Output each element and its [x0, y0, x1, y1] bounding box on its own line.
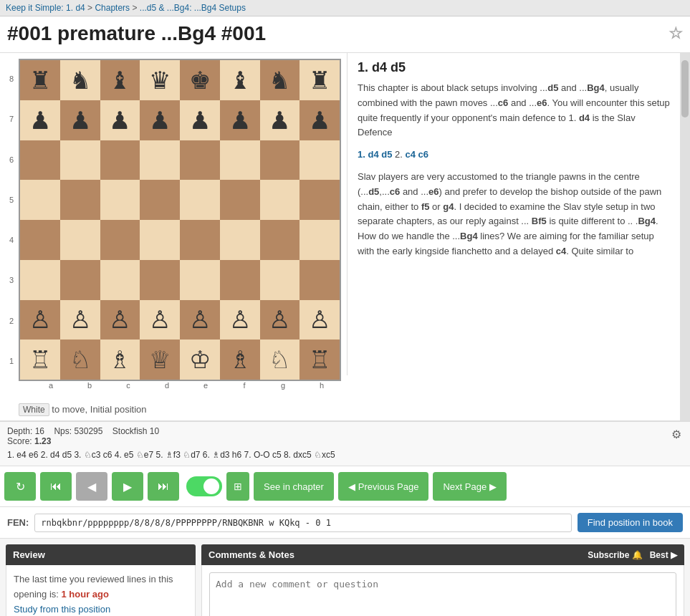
- find-position-button[interactable]: Find position in book: [578, 513, 683, 532]
- cell-g3[interactable]: [260, 260, 300, 300]
- cell-g6[interactable]: [260, 140, 300, 181]
- cell-a5[interactable]: [20, 180, 60, 220]
- cell-a6[interactable]: [20, 140, 60, 181]
- best-sort-link[interactable]: Best ▶: [650, 550, 677, 560]
- cell-h3[interactable]: [300, 260, 340, 300]
- autoplay-toggle[interactable]: [186, 476, 222, 496]
- cell-f6[interactable]: [220, 140, 260, 181]
- previous-page-button[interactable]: ◀ Previous Page: [338, 472, 429, 501]
- breadcrumb-link-2[interactable]: Chapters: [95, 3, 130, 13]
- col-label-b: b: [70, 381, 109, 390]
- cell-e4[interactable]: [180, 220, 220, 260]
- cell-e7[interactable]: ♟: [180, 100, 220, 140]
- cell-d2[interactable]: ♙: [140, 300, 180, 340]
- end-icon: ⏭: [158, 480, 169, 493]
- cell-h4[interactable]: [300, 220, 340, 260]
- cell-b2[interactable]: ♙: [60, 300, 100, 340]
- cell-e8[interactable]: ♚: [180, 60, 220, 100]
- text-panel: 1. d4 d5 This chapter is about black set…: [347, 53, 680, 375]
- cell-c8[interactable]: ♝: [100, 60, 140, 100]
- see-in-chapter-button[interactable]: See in chapter: [254, 472, 334, 501]
- next-move-button[interactable]: ▶: [112, 472, 143, 501]
- cell-f7[interactable]: ♟: [220, 100, 260, 140]
- cell-c3[interactable]: [100, 260, 140, 300]
- scrollbar-thumb[interactable]: [681, 60, 689, 117]
- cell-h8[interactable]: ♜: [300, 60, 340, 100]
- cell-f3[interactable]: [220, 260, 260, 300]
- cell-d7[interactable]: ♟: [140, 100, 180, 140]
- cell-h1[interactable]: ♖: [300, 340, 340, 380]
- cell-e1[interactable]: ♔: [180, 340, 220, 380]
- cell-f1[interactable]: ♗: [220, 340, 260, 380]
- chess-board[interactable]: ♜ ♞ ♝ ♛ ♚ ♝ ♞ ♜ ♟ ♟ ♟ ♟ ♟ ♟ ♟ ♟: [19, 59, 341, 381]
- board-view-button[interactable]: ⊞: [226, 472, 249, 501]
- fen-input[interactable]: [34, 514, 571, 532]
- cell-d1[interactable]: ♕: [140, 340, 180, 380]
- board-wrapper: 8 7 6 5 4 3 2 1 ♜ ♞ ♝ ♛ ♚ ♝ ♞ ♜ ♟: [6, 59, 341, 401]
- cell-f2[interactable]: ♙: [220, 300, 260, 340]
- cell-g4[interactable]: [260, 220, 300, 260]
- cell-d6[interactable]: [140, 140, 180, 181]
- engine-info: Depth: 16 Nps: 530295 Stockfish 10 Score…: [7, 426, 670, 461]
- cell-c5[interactable]: [100, 180, 140, 220]
- cell-f4[interactable]: [220, 220, 260, 260]
- move-link-1[interactable]: 1. d4 d5: [358, 149, 392, 160]
- cell-c7[interactable]: ♟: [100, 100, 140, 140]
- engine-settings-icon[interactable]: ⚙: [670, 426, 683, 443]
- cell-a3[interactable]: [20, 260, 60, 300]
- cell-g1[interactable]: ♘: [260, 340, 300, 380]
- cell-c1[interactable]: ♗: [100, 340, 140, 380]
- cell-f5[interactable]: [220, 180, 260, 220]
- cell-c2[interactable]: ♙: [100, 300, 140, 340]
- cell-a1[interactable]: ♖: [20, 340, 60, 380]
- bookmark-star-icon[interactable]: ☆: [669, 24, 683, 43]
- cell-b4[interactable]: [60, 220, 100, 260]
- cell-c4[interactable]: [100, 220, 140, 260]
- prev-move-button[interactable]: ◀: [76, 472, 107, 501]
- cell-h5[interactable]: [300, 180, 340, 220]
- review-time-highlight: 1 hour ago: [62, 589, 109, 600]
- breadcrumb-link-1[interactable]: Keep it Simple: 1. d4: [6, 3, 85, 13]
- cell-b5[interactable]: [60, 180, 100, 220]
- bottom-layout: Review The last time you reviewed lines …: [0, 539, 690, 616]
- col-label-e: e: [186, 381, 225, 390]
- comment-input[interactable]: [209, 572, 676, 616]
- cell-e3[interactable]: [180, 260, 220, 300]
- main-paragraph: Slav players are very accustomed to the …: [358, 170, 670, 259]
- cell-g7[interactable]: ♟: [260, 100, 300, 140]
- cell-c6[interactable]: [100, 140, 140, 181]
- cell-b8[interactable]: ♞: [60, 60, 100, 100]
- cell-d3[interactable]: [140, 260, 180, 300]
- cell-d8[interactable]: ♛: [140, 60, 180, 100]
- cell-g2[interactable]: ♙: [260, 300, 300, 340]
- cell-e2[interactable]: ♙: [180, 300, 220, 340]
- next-page-button[interactable]: Next Page ▶: [433, 472, 507, 501]
- cell-a4[interactable]: [20, 220, 60, 260]
- cell-b6[interactable]: [60, 140, 100, 181]
- text-panel-scrollbar[interactable]: [680, 53, 690, 420]
- end-button[interactable]: ⏭: [148, 472, 179, 501]
- move-link-2[interactable]: c4 c6: [406, 149, 429, 160]
- cell-b3[interactable]: [60, 260, 100, 300]
- subscribe-link[interactable]: Subscribe 🔔: [588, 550, 642, 560]
- cell-b1[interactable]: ♘: [60, 340, 100, 380]
- row-label-4: 4: [6, 220, 17, 260]
- cell-d4[interactable]: [140, 220, 180, 260]
- cell-g5[interactable]: [260, 180, 300, 220]
- cell-e5[interactable]: [180, 180, 220, 220]
- cell-b7[interactable]: ♟: [60, 100, 100, 140]
- cell-a7[interactable]: ♟: [20, 100, 60, 140]
- cell-d5[interactable]: [140, 180, 180, 220]
- cell-h7[interactable]: ♟: [300, 100, 340, 140]
- cell-a2[interactable]: ♙: [20, 300, 60, 340]
- cell-e6[interactable]: [180, 140, 220, 181]
- refresh-button[interactable]: ↻: [4, 472, 36, 501]
- breadcrumb-link-3[interactable]: ...d5 & ...Bg4: ...Bg4 Setups: [140, 3, 246, 13]
- cell-g8[interactable]: ♞: [260, 60, 300, 100]
- cell-h2[interactable]: ♙: [300, 300, 340, 340]
- cell-f8[interactable]: ♝: [220, 60, 260, 100]
- study-from-position-link[interactable]: Study from this position: [14, 604, 110, 615]
- start-button[interactable]: ⏮: [40, 472, 72, 501]
- cell-h6[interactable]: [300, 140, 340, 181]
- cell-a8[interactable]: ♜: [20, 60, 60, 100]
